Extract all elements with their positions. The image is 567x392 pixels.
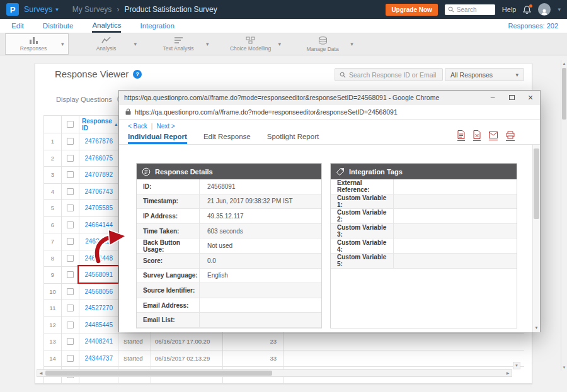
popup-scrollbar[interactable]: ▼ [532,145,540,332]
detail-label: Time Taken: [137,224,200,238]
chevron-down-icon[interactable]: ▾ [61,41,64,47]
minimize-button[interactable]: – [483,91,502,104]
response-id-link[interactable]: 24568091 [79,267,118,283]
scroll-down-button[interactable]: ▼ [561,364,567,371]
response-id-link[interactable]: 24707892 [79,167,118,183]
detail-label: Timestamp: [137,194,200,209]
download-excel-button[interactable] [473,130,481,141]
tab-individual-report[interactable]: Individual Report [128,133,187,144]
response-search[interactable] [335,68,443,81]
global-search-input[interactable] [457,6,491,13]
breadcrumb-parent[interactable]: My Surveys [72,5,112,14]
response-id-link[interactable]: 24664144 [79,217,118,233]
scroll-right-button[interactable]: ▶ [504,370,512,376]
response-id-link[interactable]: 24705585 [79,200,118,216]
tab-edit-response[interactable]: Edit Response [203,133,251,144]
email-report-button[interactable] [489,132,498,140]
popup-url[interactable]: https://qa.questionpro.com/a//frame.do?m… [135,108,398,116]
product-menu-label: Surveys [24,5,52,14]
global-search[interactable] [445,4,495,15]
survey-nav: Edit Distribute Analytics Integration Re… [0,19,567,33]
chevron-down-icon[interactable]: ▾ [558,6,561,13]
select-all-checkbox[interactable] [67,121,74,128]
maximize-button[interactable] [502,91,521,104]
nav-analytics[interactable]: Analytics [92,19,121,33]
chevron-down-icon[interactable]: ▾ [278,41,282,47]
row-checkbox[interactable] [67,138,74,145]
toolbar-text-analysis[interactable]: Text Analysis ▾ [151,33,213,55]
row-checkbox[interactable] [67,221,74,228]
avatar[interactable] [538,3,551,16]
page-scrollbar-thumb[interactable] [562,68,566,120]
popup-window-title: https://qa.questionpro.com/a//frame.do?m… [124,94,483,101]
response-search-input[interactable] [349,71,438,79]
next-link[interactable]: Next > [156,123,175,130]
toolbar-responses[interactable]: Responses ▾ [5,33,69,55]
response-id-link[interactable]: 24485445 [79,317,118,333]
help-icon[interactable]: ? [133,70,142,79]
row-checkbox[interactable] [67,288,74,295]
horizontal-scrollbar[interactable]: ◀ ▶ [37,369,512,377]
upgrade-now-button[interactable]: Upgrade Now [386,4,437,16]
page-scrollbar[interactable]: ▲ ▼ [561,60,567,371]
response-id-link[interactable]: 24625113 [79,233,118,250]
row-checkbox[interactable] [67,355,74,362]
row-checkbox-cell [62,233,79,250]
response-id-link[interactable]: 24568056 [79,284,118,300]
product-menu[interactable]: Surveys ▾ [24,5,59,14]
detail-value [200,298,321,313]
nav-edit[interactable]: Edit [11,19,24,33]
scroll-down-button[interactable]: ▼ [533,323,540,332]
scroll-up-button[interactable]: ▲ [561,60,567,67]
response-id-link[interactable]: 24621448 [79,250,118,267]
popup-scrollbar-thumb[interactable] [534,148,539,219]
detail-row: Custom Variable 5: [331,254,517,269]
row-checkbox[interactable] [67,322,74,328]
nav-integration[interactable]: Integration [140,19,174,33]
scroll-down-button[interactable]: ▼ [513,362,520,369]
scroll-left-button[interactable]: ◀ [37,370,45,376]
print-button[interactable] [506,131,515,141]
back-link[interactable]: < Back [128,123,147,130]
toolbar-label: Analysis [96,45,117,52]
response-id-link[interactable]: 24408241 [79,333,118,350]
response-id-link[interactable]: 24527270 [79,300,118,316]
notifications-button[interactable] [523,6,531,14]
response-id-link[interactable]: 24706743 [79,184,118,200]
response-id-link[interactable]: 24767876 [79,133,118,150]
column-header-response-id[interactable]: Response ID ▲ [79,116,118,133]
download-pdf-button[interactable] [457,130,465,141]
detail-row: IP Address:49.35.12.117 [137,209,321,224]
row-checkbox[interactable] [67,238,74,245]
toolbar-choice-modelling[interactable]: Choice Modelling ▾ [223,33,285,55]
chevron-down-icon[interactable]: ▾ [206,41,209,47]
popup-address-bar[interactable]: https://qa.questionpro.com/a//frame.do?m… [119,104,540,120]
row-checkbox[interactable] [67,305,74,311]
row-checkbox[interactable] [67,255,74,262]
chevron-down-icon[interactable]: ▾ [134,41,137,47]
close-button[interactable]: × [521,91,540,104]
row-number: 8 [44,250,62,267]
help-link[interactable]: Help [502,6,517,13]
row-checkbox[interactable] [67,204,74,211]
detail-value [394,254,517,268]
response-id-link[interactable]: 24344737 [79,350,118,367]
questionpro-logo[interactable]: P [6,3,19,16]
responses-count[interactable]: Responses: 202 [508,19,559,33]
toolbar-analysis[interactable]: Analysis ▾ [79,33,141,55]
nav-distribute[interactable]: Distribute [43,19,74,33]
row-checkbox[interactable] [67,188,74,195]
chevron-down-icon[interactable]: ▾ [350,41,353,47]
row-checkbox[interactable] [67,155,74,162]
row-checkbox[interactable] [67,171,74,178]
response-id-link[interactable]: 24766075 [79,150,118,167]
toolbar-manage-data[interactable]: Manage Data ▾ [295,33,357,55]
choice-modelling-icon [246,36,255,44]
horizontal-scrollbar-thumb[interactable] [45,371,272,376]
integration-tags-panel: Integration Tags External Reference:Cust… [330,163,517,328]
popup-titlebar[interactable]: https://qa.questionpro.com/a//frame.do?m… [119,91,540,104]
response-filter-dropdown[interactable]: All Responses ▾ [445,68,524,81]
row-checkbox[interactable] [67,271,74,278]
row-checkbox[interactable] [67,338,74,345]
tab-spotlight-report[interactable]: Spotlight Report [267,133,319,144]
